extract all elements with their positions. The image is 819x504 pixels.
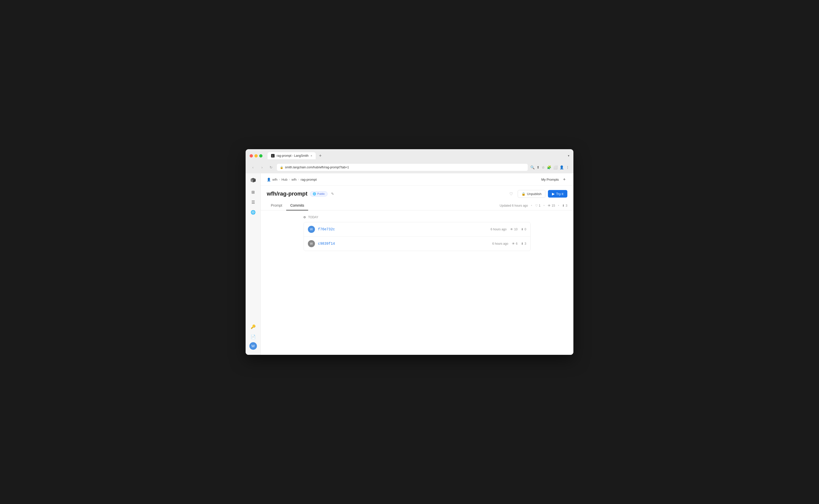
sidebar-item-key[interactable]: 🔑 xyxy=(249,322,258,331)
bookmark-icon[interactable]: ☆ xyxy=(542,165,545,169)
commits-area: TODAY W f76e732c 6 hours ago xyxy=(261,210,574,355)
share-icon[interactable]: ⬆ xyxy=(537,165,540,169)
timeline-dot xyxy=(303,216,305,218)
active-tab[interactable]: L rag-prompt - LangSmith × xyxy=(267,152,316,159)
public-badge: 🌐 Public xyxy=(310,191,327,197)
download-meta-icon: ⬇ xyxy=(562,204,565,207)
edit-title-icon[interactable]: ✎ xyxy=(331,192,334,196)
main-content: 👤 wfh › Hub › wfh › rag-prompt My Prompt… xyxy=(261,173,574,355)
today-label: TODAY xyxy=(308,215,318,219)
commit-hash-2[interactable]: c9839f14 xyxy=(318,242,492,246)
menu-icon[interactable]: ⋮ xyxy=(566,165,569,169)
commit-views-2: 👁 6 xyxy=(512,242,518,245)
search-icon[interactable]: 🔍 xyxy=(530,165,535,169)
tabs-bar: Prompt Commits Updated 6 hours ago • ♡ 1… xyxy=(261,201,574,210)
eye-icon-2: 👁 xyxy=(512,242,515,245)
url-text: smith.langchain.com/hub/wfh/rag-prompt?t… xyxy=(285,166,349,169)
commit-hash-1[interactable]: f76e732c xyxy=(318,227,491,231)
commit-avatar-1: W xyxy=(308,226,315,233)
header-actions: ♡ 🔒 Unpublish ▶ Try it xyxy=(507,190,567,198)
breadcrumb-bar: 👤 wfh › Hub › wfh › rag-prompt My Prompt… xyxy=(261,173,574,186)
sidebar-item-grid[interactable]: ⊞ xyxy=(249,187,258,197)
sidebar-item-globe[interactable]: 🌐 xyxy=(249,208,258,217)
heart-meta-icon: ♡ xyxy=(535,204,538,207)
sidebar-item-document[interactable]: 📄 xyxy=(249,332,258,341)
commit-time-2: 6 hours ago xyxy=(492,242,508,245)
breadcrumb-user-icon: 👤 xyxy=(267,178,271,181)
eye-icon-1: 👁 xyxy=(510,228,513,231)
title-bar: L rag-prompt - LangSmith × + ▾ xyxy=(245,149,574,162)
commits-timeline: TODAY W f76e732c 6 hours ago xyxy=(303,215,531,251)
sidebar-bottom: 🔑 📄 W xyxy=(249,322,258,352)
user-avatar[interactable]: W xyxy=(249,342,257,350)
unpublish-button[interactable]: 🔒 Unpublish xyxy=(518,190,546,198)
commit-row[interactable]: W c9839f14 6 hours ago 👁 6 ⬇ xyxy=(304,237,530,251)
commit-meta-2: 6 hours ago 👁 6 ⬇ 3 xyxy=(492,242,526,245)
commit-downloads-2: ⬇ 3 xyxy=(521,242,526,245)
tabs: Prompt Commits xyxy=(267,201,308,210)
address-bar: ‹ › ↻ 🔒 smith.langchain.com/hub/wfh/rag-… xyxy=(245,162,574,173)
try-it-button[interactable]: ▶ Try it xyxy=(548,190,567,198)
add-button[interactable]: + xyxy=(561,176,567,182)
avatar-letter: W xyxy=(251,344,255,348)
tab-bar: L rag-prompt - LangSmith × + xyxy=(267,152,566,159)
tab-close-icon[interactable]: × xyxy=(311,154,312,157)
page-header: wfh/rag-prompt 🌐 Public ✎ ♡ 🔒 Unpublish … xyxy=(261,186,574,198)
tab-meta: Updated 6 hours ago • ♡ 1 • 👁 15 • ⬇ 3 xyxy=(500,204,567,207)
play-icon: ▶ xyxy=(552,192,555,196)
updated-text: Updated 6 hours ago xyxy=(500,204,528,207)
sidebar-toggle-icon[interactable]: ⬜ xyxy=(553,165,558,169)
commit-list: W f76e732c 6 hours ago 👁 10 ⬇ xyxy=(303,222,531,251)
eye-meta-icon: 👁 xyxy=(548,204,551,207)
browser-window: L rag-prompt - LangSmith × + ▾ ‹ › ↻ 🔒 s… xyxy=(245,149,574,355)
commit-time-1: 6 hours ago xyxy=(491,228,507,231)
breadcrumb: 👤 wfh › Hub › wfh › rag-prompt xyxy=(267,178,317,181)
views-count: 👁 15 xyxy=(548,204,555,207)
sidebar: ⊞ ☰ 🌐 🔑 📄 W xyxy=(245,173,261,355)
refresh-button[interactable]: ↻ xyxy=(268,164,274,171)
lock-icon: 🔒 xyxy=(522,192,526,196)
download-icon-2: ⬇ xyxy=(521,242,524,245)
tab-commits[interactable]: Commits xyxy=(286,201,308,210)
commit-meta-1: 6 hours ago 👁 10 ⬇ 0 xyxy=(491,228,526,231)
downloads-count: ⬇ 3 xyxy=(562,204,567,207)
page-title: wfh/rag-prompt xyxy=(267,191,307,197)
close-button[interactable] xyxy=(250,154,253,157)
new-tab-button[interactable]: + xyxy=(317,152,324,159)
likes-count: ♡ 1 xyxy=(535,204,541,207)
tab-prompt[interactable]: Prompt xyxy=(267,201,286,210)
traffic-lights xyxy=(250,154,262,157)
my-prompts-button[interactable]: My Prompts xyxy=(541,178,559,181)
commit-avatar-2: W xyxy=(308,240,315,247)
breadcrumb-wfh-1[interactable]: wfh xyxy=(272,178,277,181)
lock-icon: 🔒 xyxy=(280,166,283,169)
commit-row[interactable]: W f76e732c 6 hours ago 👁 10 ⬇ xyxy=(304,222,530,237)
minimize-button[interactable] xyxy=(254,154,258,157)
maximize-button[interactable] xyxy=(259,154,262,157)
sidebar-item-list[interactable]: ☰ xyxy=(249,198,258,207)
public-label: Public xyxy=(317,192,325,195)
forward-button[interactable]: › xyxy=(259,164,265,171)
try-it-label: Try it xyxy=(556,192,563,196)
back-button[interactable]: ‹ xyxy=(250,164,256,171)
commit-views-1: 👁 10 xyxy=(510,228,518,231)
profile-icon[interactable]: 👤 xyxy=(560,165,564,169)
url-bar[interactable]: 🔒 smith.langchain.com/hub/wfh/rag-prompt… xyxy=(277,164,528,171)
breadcrumb-actions: My Prompts + xyxy=(541,176,567,182)
tab-title: rag-prompt - LangSmith xyxy=(277,154,309,157)
app-logo[interactable] xyxy=(249,176,257,184)
window-controls-dropdown[interactable]: ▾ xyxy=(568,154,569,157)
like-button[interactable]: ♡ xyxy=(507,190,515,198)
browser-action-icons: 🔍 ⬆ ☆ 🧩 ⬜ 👤 ⋮ xyxy=(530,165,569,169)
extensions-icon[interactable]: 🧩 xyxy=(547,165,551,169)
timeline-date-header: TODAY xyxy=(303,215,531,219)
tab-favicon: L xyxy=(271,154,274,157)
breadcrumb-rag-prompt: rag-prompt xyxy=(300,178,317,181)
globe-small-icon: 🌐 xyxy=(313,192,316,196)
breadcrumb-wfh-2[interactable]: wfh xyxy=(291,178,296,181)
download-icon-1: ⬇ xyxy=(521,228,524,231)
commit-downloads-1: ⬇ 0 xyxy=(521,228,526,231)
breadcrumb-hub[interactable]: Hub xyxy=(281,178,287,181)
page-title-area: wfh/rag-prompt 🌐 Public ✎ xyxy=(267,191,334,197)
app-layout: ⊞ ☰ 🌐 🔑 📄 W 👤 wfh › Hub › xyxy=(245,173,574,355)
